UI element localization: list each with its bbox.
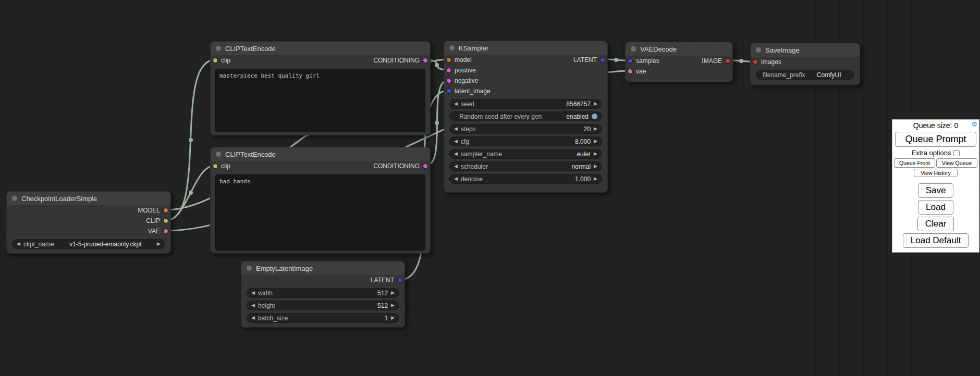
- image-output-port[interactable]: [725, 58, 730, 64]
- negative-input-port[interactable]: [446, 78, 451, 83]
- negative-prompt-textarea[interactable]: bad hands: [215, 174, 425, 250]
- clip-input-port[interactable]: [213, 58, 218, 63]
- latent-output-port[interactable]: [397, 278, 402, 283]
- queue-prompt-button[interactable]: Queue Prompt: [895, 132, 976, 147]
- next-arrow-icon[interactable]: ▶: [594, 177, 597, 181]
- next-arrow-icon[interactable]: ▶: [157, 242, 161, 246]
- collapse-dot-icon[interactable]: [216, 152, 221, 157]
- steps-widget[interactable]: ◀ steps 20 ▶: [449, 124, 602, 134]
- cfg-widget[interactable]: ◀ cfg 8.000 ▶: [449, 136, 602, 146]
- prev-arrow-icon[interactable]: ◀: [454, 177, 458, 181]
- prev-arrow-icon[interactable]: ◀: [454, 127, 458, 131]
- next-arrow-icon[interactable]: ▶: [594, 164, 597, 169]
- widget-value[interactable]: 1.000: [575, 176, 591, 183]
- sampler-name-widget[interactable]: ◀ sampler_name euler ▶: [449, 149, 602, 159]
- prev-arrow-icon[interactable]: ◀: [454, 139, 458, 144]
- prev-arrow-icon[interactable]: ◀: [454, 164, 458, 169]
- model-input-port[interactable]: [446, 57, 451, 62]
- random-seed-toggle-widget[interactable]: Random seed after every gen enabled: [449, 111, 602, 121]
- widget-value[interactable]: v1-5-pruned-emaonly.ckpt: [57, 241, 154, 248]
- latent-image-input-port[interactable]: [446, 89, 451, 94]
- samples-input-port[interactable]: [628, 58, 633, 64]
- widget-value[interactable]: 1: [384, 315, 388, 322]
- node-title-bar[interactable]: CLIPTextEncode: [211, 42, 430, 55]
- node-graph-canvas[interactable]: CheckpointLoaderSimple MODEL CLIP VAE ◀ …: [0, 0, 980, 376]
- clear-button[interactable]: Clear: [917, 217, 954, 231]
- prev-arrow-icon[interactable]: ◀: [17, 242, 20, 246]
- conditioning-output-port[interactable]: [423, 58, 428, 63]
- filename-prefix-widget[interactable]: filename_prefix ComfyUI: [756, 70, 854, 80]
- clip-output-port[interactable]: [163, 218, 168, 223]
- widget-value[interactable]: normal: [571, 163, 591, 170]
- node-title-bar[interactable]: VAEDecode: [626, 42, 732, 56]
- denoise-widget[interactable]: ◀ denoise 1.000 ▶: [449, 174, 602, 184]
- vae-output-port[interactable]: [163, 229, 168, 234]
- collapse-dot-icon[interactable]: [756, 47, 761, 53]
- seed-widget[interactable]: ◀ seed 8566257 ▶: [449, 99, 602, 109]
- next-arrow-icon[interactable]: ▶: [391, 316, 395, 320]
- collapse-dot-icon[interactable]: [449, 45, 455, 51]
- latent-output-port[interactable]: [600, 57, 605, 62]
- widget-label: height: [258, 302, 275, 309]
- collapse-dot-icon[interactable]: [247, 266, 252, 271]
- node-checkpoint-loader[interactable]: CheckpointLoaderSimple MODEL CLIP VAE ◀ …: [6, 191, 171, 254]
- scheduler-widget[interactable]: ◀ scheduler normal ▶: [449, 161, 602, 171]
- toggle-circle-icon[interactable]: [592, 114, 597, 119]
- next-arrow-icon[interactable]: ▶: [391, 291, 395, 295]
- queue-front-button[interactable]: Queue Front: [894, 158, 935, 168]
- widget-value[interactable]: 20: [584, 126, 591, 133]
- prev-arrow-icon[interactable]: ◀: [251, 316, 255, 320]
- extra-options-row[interactable]: Extra options: [892, 147, 979, 158]
- node-clip-text-encode-negative[interactable]: CLIPTextEncode clip CONDITIONING bad han…: [210, 147, 431, 254]
- node-title-bar[interactable]: CLIPTextEncode: [211, 147, 430, 161]
- ckpt-name-widget[interactable]: ◀ ckpt_name v1-5-pruned-emaonly.ckpt ▶: [12, 239, 165, 249]
- widget-value[interactable]: 512: [377, 302, 388, 309]
- vae-input-port[interactable]: [628, 69, 633, 74]
- positive-input-port[interactable]: [446, 68, 451, 73]
- widget-value[interactable]: ComfyUI: [808, 71, 850, 79]
- slot-label: vae: [636, 68, 646, 75]
- extra-options-checkbox[interactable]: [953, 150, 960, 156]
- comfy-menu-panel[interactable]: Queue size: 0 ⚙ Queue Prompt Extra optio…: [892, 119, 979, 253]
- view-history-button[interactable]: View History: [914, 169, 958, 177]
- next-arrow-icon[interactable]: ▶: [594, 152, 597, 156]
- load-button[interactable]: Load: [918, 200, 953, 215]
- collapse-dot-icon[interactable]: [631, 46, 636, 52]
- images-input-port[interactable]: [753, 59, 758, 65]
- prev-arrow-icon[interactable]: ◀: [251, 303, 255, 308]
- height-widget[interactable]: ◀ height 512 ▶: [247, 300, 399, 310]
- settings-gear-icon[interactable]: ⚙: [971, 120, 977, 128]
- node-title-bar[interactable]: EmptyLatentImage: [241, 261, 405, 275]
- prev-arrow-icon[interactable]: ◀: [454, 102, 458, 106]
- positive-prompt-textarea[interactable]: masterpiece best quality girl: [215, 69, 425, 132]
- prev-arrow-icon[interactable]: ◀: [454, 152, 458, 156]
- conditioning-output-port[interactable]: [423, 164, 428, 169]
- node-save-image[interactable]: SaveImage images filename_prefix ComfyUI: [750, 43, 860, 85]
- collapse-dot-icon[interactable]: [216, 46, 221, 51]
- node-empty-latent-image[interactable]: EmptyLatentImage LATENT ◀ width 512 ▶ ◀ …: [241, 261, 405, 328]
- widget-value[interactable]: 8.000: [575, 138, 591, 145]
- prev-arrow-icon[interactable]: ◀: [251, 291, 255, 295]
- save-button[interactable]: Save: [918, 183, 954, 198]
- clip-input-port[interactable]: [213, 164, 218, 169]
- width-widget[interactable]: ◀ width 512 ▶: [247, 288, 399, 298]
- widget-value[interactable]: euler: [577, 151, 591, 158]
- view-queue-button[interactable]: View Queue: [936, 158, 977, 168]
- widget-value[interactable]: 512: [377, 290, 388, 297]
- widget-value[interactable]: 8566257: [566, 101, 591, 108]
- node-clip-text-encode-positive[interactable]: CLIPTextEncode clip CONDITIONING masterp…: [210, 41, 431, 135]
- batch-size-widget[interactable]: ◀ batch_size 1 ▶: [247, 313, 399, 323]
- next-arrow-icon[interactable]: ▶: [594, 127, 597, 131]
- node-vae-decode[interactable]: VAEDecode samples IMAGE vae: [625, 42, 733, 82]
- collapse-dot-icon[interactable]: [12, 196, 17, 201]
- next-arrow-icon[interactable]: ▶: [391, 303, 395, 308]
- next-arrow-icon[interactable]: ▶: [594, 102, 597, 106]
- next-arrow-icon[interactable]: ▶: [594, 139, 597, 144]
- model-output-port[interactable]: [163, 208, 168, 213]
- node-title-bar[interactable]: KSampler: [444, 41, 607, 55]
- node-title-bar[interactable]: CheckpointLoaderSimple: [7, 192, 170, 205]
- load-default-button[interactable]: Load Default: [903, 233, 969, 248]
- node-title-bar[interactable]: SaveImage: [751, 43, 860, 57]
- node-ksampler[interactable]: KSampler LATENT model positive negative …: [444, 41, 608, 193]
- widget-value: enabled: [566, 113, 589, 120]
